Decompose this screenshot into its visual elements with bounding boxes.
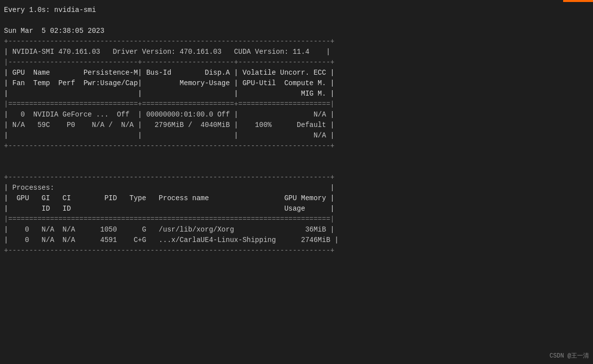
gpu-row-3: | | | N/A |: [0, 130, 593, 141]
blank-line-1: [0, 15, 593, 26]
proc-header-line: | Processes: |: [0, 183, 593, 193]
equals-sep-1: |===============================+=======…: [0, 99, 593, 110]
proc-bot-sep: +---------------------------------------…: [0, 245, 593, 256]
gpu-row-1: | 0 NVIDIA GeForce ... Off | 00000000:01…: [0, 110, 593, 120]
col-header-3: | | | MIG M. |: [0, 89, 593, 99]
blank-line-3: [0, 162, 593, 172]
watermark: CSDN @王一清: [550, 352, 589, 360]
header-line: Every 1.0s: nvidia-smi: [0, 5, 593, 15]
proc-col-1: | GPU GI CI PID Type Process name GPU Me…: [0, 193, 593, 204]
top-indicator: [563, 0, 593, 2]
smi-info-line: | NVIDIA-SMI 470.161.03 Driver Version: …: [0, 47, 593, 57]
timestamp-line: Sun Mar 5 02:38:05 2023: [0, 26, 593, 36]
proc-row-2: | 0 N/A N/A 4591 C+G ...x/CarlaUE4-Linux…: [0, 235, 593, 245]
proc-row-1: | 0 N/A N/A 1050 G /usr/lib/xorg/Xorg 36…: [0, 225, 593, 235]
top-separator: +---------------------------------------…: [0, 36, 593, 47]
proc-separator: +---------------------------------------…: [0, 172, 593, 183]
proc-equals: |=======================================…: [0, 214, 593, 225]
col-header-1: | GPU Name Persistence-M| Bus-Id Disp.A …: [0, 68, 593, 78]
gpu-row-2: | N/A 59C P0 N/A / N/A | 2796MiB / 4040M…: [0, 120, 593, 130]
terminal-output: Every 1.0s: nvidia-smi Sun Mar 5 02:38:0…: [0, 0, 593, 364]
blank-line-2: [0, 151, 593, 162]
bot-separator: +---------------------------------------…: [0, 141, 593, 151]
col-header-2: | Fan Temp Perf Pwr:Usage/Cap| Memory-Us…: [0, 78, 593, 89]
mid-separator-1: |-------------------------------+-------…: [0, 57, 593, 68]
proc-col-2: | ID ID Usage |: [0, 204, 593, 214]
